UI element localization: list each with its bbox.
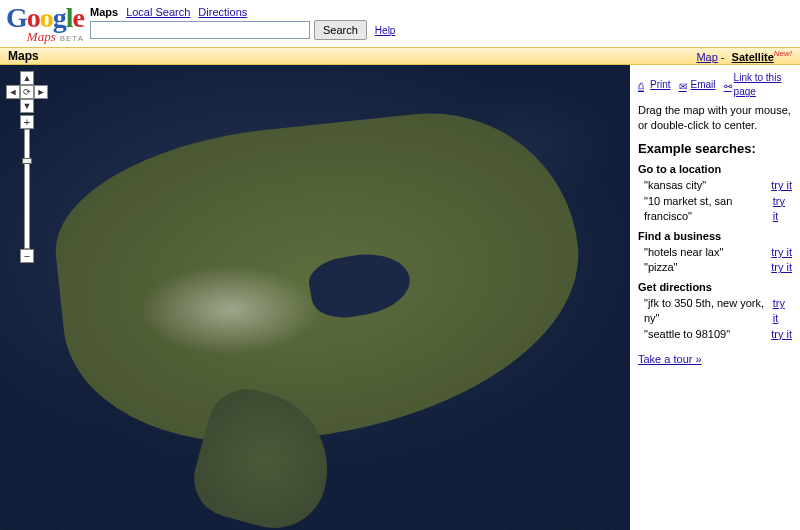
example-group-directions: Get directions "jfk to 350 5th, new york… [638, 280, 792, 343]
example-row: "jfk to 350 5th, new york, ny"try it [638, 296, 792, 327]
example-row: "10 market st, san francisco"try it [638, 194, 792, 225]
example-row: "seattle to 98109"try it [638, 327, 792, 342]
view-toggle: Map - SatelliteNew! [692, 49, 792, 63]
nav-maps-tab: Maps [90, 6, 118, 18]
sidebar: ⎙Print ✉Email ⚯Link to this page Drag th… [630, 65, 800, 530]
pan-right-button[interactable]: ► [34, 85, 48, 99]
zoom-slider-handle[interactable] [22, 158, 32, 164]
search-input[interactable] [90, 21, 310, 39]
try-it-link[interactable]: try it [771, 327, 792, 342]
try-it-link[interactable]: try it [771, 245, 792, 260]
recenter-button[interactable]: ⟳ [20, 85, 34, 99]
page-title: Maps [8, 49, 39, 63]
content-area: ▲ ◄ ⟳ ► ▼ + − ©2005 Google Imagery ©2005… [0, 65, 800, 530]
email-icon: ✉ [679, 80, 689, 90]
new-badge: New! [774, 49, 792, 58]
print-icon: ⎙ [638, 80, 648, 90]
link-icon: ⚯ [724, 80, 732, 90]
example-group-location: Go to a location "kansas city"try it "10… [638, 162, 792, 225]
zoom-controls: + − [20, 115, 34, 263]
sidebar-actions: ⎙Print ✉Email ⚯Link to this page [638, 71, 792, 99]
email-link[interactable]: ✉Email [679, 78, 716, 92]
permalink-link[interactable]: ⚯Link to this page [724, 71, 792, 99]
google-logo-text: Google [6, 4, 84, 32]
nav-local-search-link[interactable]: Local Search [126, 6, 190, 18]
pan-up-button[interactable]: ▲ [20, 71, 34, 85]
pan-controls: ▲ ◄ ⟳ ► ▼ [6, 71, 48, 113]
map-viewport[interactable]: ▲ ◄ ⟳ ► ▼ + − ©2005 Google Imagery ©2005… [0, 65, 630, 530]
help-link[interactable]: Help [375, 25, 396, 36]
top-navigation: Maps Local Search Directions Search Help [90, 4, 395, 40]
pan-left-button[interactable]: ◄ [6, 85, 20, 99]
page-header: Google Maps BETA Maps Local Search Direc… [0, 0, 800, 47]
try-it-link[interactable]: try it [771, 260, 792, 275]
view-satellite-link[interactable]: Satellite [732, 51, 774, 63]
example-row: "hotels near lax"try it [638, 245, 792, 260]
print-link[interactable]: ⎙Print [638, 78, 671, 92]
zoom-slider-track[interactable] [24, 129, 30, 249]
view-toolbar: Maps Map - SatelliteNew! [0, 47, 800, 65]
nav-links: Maps Local Search Directions [90, 6, 395, 18]
try-it-link[interactable]: try it [773, 194, 792, 225]
try-it-link[interactable]: try it [773, 296, 792, 327]
example-group-business: Find a business "hotels near lax"try it … [638, 229, 792, 276]
take-tour-link[interactable]: Take a tour » [638, 352, 702, 367]
example-row: "pizza"try it [638, 260, 792, 275]
example-row: "kansas city"try it [638, 178, 792, 193]
logo-subtitle: Maps BETA [27, 30, 84, 43]
map-controls: ▲ ◄ ⟳ ► ▼ + − [6, 71, 48, 263]
try-it-link[interactable]: try it [771, 178, 792, 193]
google-maps-logo: Google Maps BETA [6, 4, 84, 43]
view-map-link[interactable]: Map [696, 51, 717, 63]
zoom-out-button[interactable]: − [20, 249, 34, 263]
pan-down-button[interactable]: ▼ [20, 99, 34, 113]
search-button[interactable]: Search [314, 20, 367, 40]
search-form: Search Help [90, 20, 395, 40]
example-heading: Example searches: [638, 140, 792, 158]
zoom-in-button[interactable]: + [20, 115, 34, 129]
drag-tip-text: Drag the map with your mouse, or double-… [638, 103, 792, 134]
nav-directions-link[interactable]: Directions [198, 6, 247, 18]
